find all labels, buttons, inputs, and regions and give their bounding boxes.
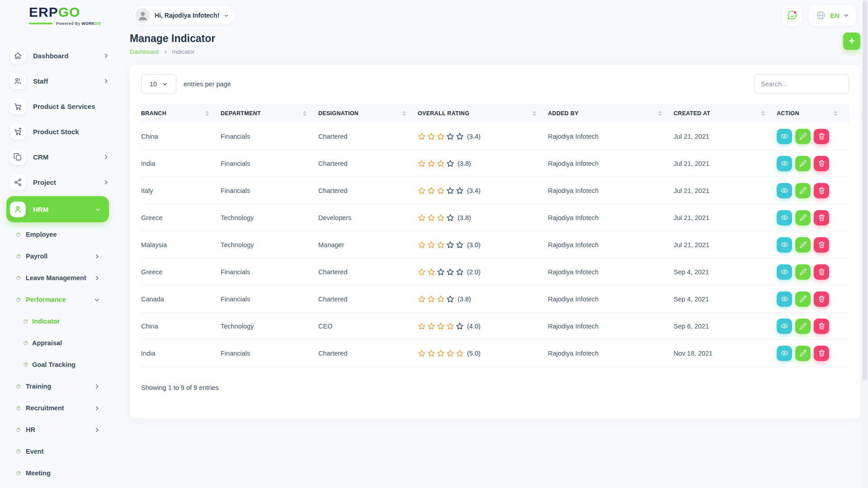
view-button[interactable] bbox=[777, 129, 792, 144]
column-header-branch[interactable]: Branch bbox=[141, 110, 221, 117]
bullet-icon bbox=[16, 428, 20, 432]
language-selector[interactable]: EN bbox=[809, 5, 856, 26]
sidebar-item-dashboard[interactable]: Dashboard bbox=[0, 43, 120, 68]
sidebar-item-hrm[interactable]: HRM bbox=[6, 196, 109, 222]
view-button[interactable] bbox=[777, 264, 792, 280]
sidebar-item-crm[interactable]: CRM bbox=[0, 144, 120, 169]
sidebar-item-training[interactable]: Training bbox=[0, 375, 120, 397]
user-avatar bbox=[135, 8, 150, 23]
edit-button[interactable] bbox=[795, 237, 811, 253]
edit-button[interactable] bbox=[795, 210, 811, 225]
sidebar-item-staff[interactable]: Staff bbox=[0, 68, 120, 94]
messenger-button[interactable] bbox=[782, 5, 802, 26]
breadcrumb-dashboard-link[interactable]: Dashboard bbox=[130, 48, 159, 55]
sidebar-item-goal-tracking[interactable]: Goal Tracking bbox=[0, 354, 120, 375]
delete-button[interactable] bbox=[814, 156, 829, 171]
brand-wordmark: ERPGO bbox=[29, 5, 101, 19]
action-cell bbox=[777, 129, 849, 144]
sidebar-item-product-stock[interactable]: Product Stock bbox=[0, 119, 120, 144]
view-button[interactable] bbox=[777, 156, 792, 171]
column-header-action[interactable]: Action bbox=[777, 110, 849, 117]
topbar-right: EN bbox=[782, 5, 856, 26]
sidebar-item-leave-management[interactable]: Leave Management bbox=[0, 267, 120, 289]
sort-arrows-icon bbox=[205, 111, 209, 116]
chevron-right-icon bbox=[94, 384, 100, 389]
sidebar-item-indicator[interactable]: Indicator bbox=[0, 310, 120, 332]
sidebar-item-product-services[interactable]: Product & Services bbox=[0, 94, 120, 119]
delete-button[interactable] bbox=[814, 319, 829, 334]
column-header-created-at[interactable]: Created At bbox=[674, 110, 777, 117]
search-input[interactable] bbox=[754, 74, 849, 94]
rating-value: (3.8) bbox=[458, 296, 471, 303]
column-header-added-by[interactable]: Added By bbox=[548, 110, 674, 117]
star-empty-icon bbox=[456, 322, 464, 330]
delete-button[interactable] bbox=[814, 264, 829, 280]
edit-button[interactable] bbox=[795, 156, 811, 171]
column-header-department[interactable]: Department bbox=[221, 110, 318, 117]
rating-value: (3.0) bbox=[467, 241, 481, 249]
star-filled-icon bbox=[427, 214, 435, 222]
delete-button[interactable] bbox=[814, 346, 829, 361]
user-menu[interactable]: Hi, Rajodiya Infotech! bbox=[133, 6, 235, 24]
star-empty-icon bbox=[446, 268, 454, 276]
edit-button[interactable] bbox=[795, 183, 811, 198]
column-header-designation[interactable]: Designation bbox=[318, 110, 418, 117]
delete-button[interactable] bbox=[814, 210, 829, 225]
table-body: ChinaFinancialsChartered(3.4)Rajodiya In… bbox=[141, 123, 849, 367]
star-filled-icon bbox=[418, 132, 426, 141]
edit-button[interactable] bbox=[795, 291, 811, 307]
sort-arrows-icon bbox=[402, 111, 406, 116]
sidebar-item-label: Leave Management bbox=[26, 274, 94, 282]
star-filled-icon bbox=[427, 241, 435, 249]
sidebar-item-label: Training bbox=[26, 383, 94, 390]
star-filled-icon bbox=[437, 241, 445, 249]
department-cell: Financials bbox=[221, 350, 318, 357]
view-button[interactable] bbox=[777, 183, 792, 198]
sidebar-item-employee[interactable]: Employee bbox=[0, 224, 120, 245]
rating-value: (3.8) bbox=[458, 160, 471, 167]
star-filled-icon bbox=[427, 187, 435, 195]
branch-cell: Greece bbox=[141, 214, 221, 221]
star-filled-icon bbox=[437, 322, 445, 330]
rating-value: (4.0) bbox=[467, 323, 481, 330]
overall-rating-cell: (3.8) bbox=[418, 160, 548, 168]
bullet-icon bbox=[24, 363, 28, 367]
added_by-cell: Rajodiya Infotech bbox=[548, 323, 674, 330]
scrollbar-thumb[interactable] bbox=[863, 1, 867, 380]
sidebar-item-project[interactable]: Project bbox=[0, 169, 120, 195]
brand-powered-text: Powered By WORKDO bbox=[56, 22, 101, 26]
delete-button[interactable] bbox=[814, 129, 829, 144]
entries-per-page-select[interactable]: 10 bbox=[141, 74, 176, 94]
sidebar-item-recruitment[interactable]: Recruitment bbox=[0, 397, 120, 419]
view-button[interactable] bbox=[777, 210, 792, 225]
delete-button[interactable] bbox=[814, 183, 829, 198]
edit-button[interactable] bbox=[795, 346, 811, 361]
star-filled-icon bbox=[427, 349, 435, 357]
branch-cell: India bbox=[141, 350, 221, 357]
edit-button[interactable] bbox=[795, 319, 811, 334]
bullet-icon bbox=[16, 276, 20, 280]
view-button[interactable] bbox=[777, 291, 792, 307]
view-button[interactable] bbox=[777, 319, 792, 334]
view-button[interactable] bbox=[777, 346, 792, 361]
page-scrollbar[interactable] bbox=[862, 0, 868, 488]
sidebar-item-performance[interactable]: Performance bbox=[0, 289, 120, 310]
sidebar-item-meeting[interactable]: Meeting bbox=[0, 462, 120, 484]
sort-arrows-icon bbox=[303, 111, 307, 116]
delete-button[interactable] bbox=[814, 237, 829, 253]
sidebar-item-event[interactable]: Event bbox=[0, 441, 120, 462]
sidebar-item-payroll[interactable]: Payroll bbox=[0, 245, 120, 267]
added_by-cell: Rajodiya Infotech bbox=[548, 268, 674, 276]
brand-logo[interactable]: ERPGO Powered By WORKDO bbox=[29, 5, 101, 26]
edit-button[interactable] bbox=[795, 129, 811, 144]
chevron-right-icon bbox=[103, 78, 109, 84]
delete-button[interactable] bbox=[814, 291, 829, 307]
add-indicator-button[interactable]: + bbox=[843, 33, 860, 50]
column-header-overall-rating[interactable]: Overall Rating bbox=[418, 110, 548, 117]
added_by-cell: Rajodiya Infotech bbox=[548, 296, 674, 303]
sidebar-item-appraisal[interactable]: Appraisal bbox=[0, 332, 120, 354]
view-button[interactable] bbox=[777, 237, 792, 253]
edit-button[interactable] bbox=[795, 264, 811, 280]
sidebar-item-hr[interactable]: HR bbox=[0, 419, 120, 441]
department-cell: Financials bbox=[221, 296, 318, 303]
